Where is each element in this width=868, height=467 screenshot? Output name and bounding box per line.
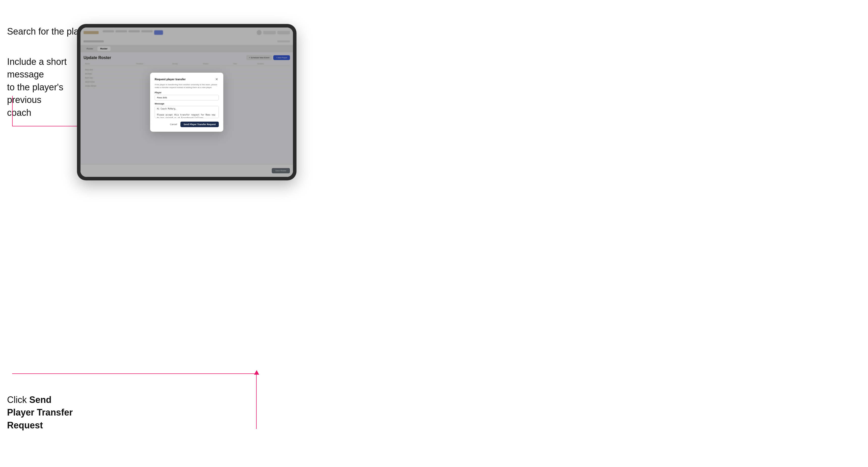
modal-close-button[interactable]: ✕ [215,77,219,81]
annotation-message-text: Include a short message to the player's … [7,56,78,119]
modal-overlay: Request player transfer ✕ If the player … [81,28,293,177]
modal-description: If the player is transferring from anoth… [155,83,219,89]
arrow-head-send [254,370,259,375]
message-label: Message [155,102,219,105]
send-transfer-request-button[interactable]: Send Player Transfer Request [180,122,219,127]
message-textarea[interactable]: Hi Coach McHarg, Please accept this tran… [155,106,219,118]
arrow-line-search-vertical [12,96,12,126]
modal-title: Request player transfer [155,78,186,81]
arrow-line-send-vertical [256,373,257,429]
player-label: Player [155,91,219,94]
tablet-device: Roster Roster Update Roster + Schedule N… [77,24,297,180]
request-transfer-modal: Request player transfer ✕ If the player … [150,73,223,132]
cancel-button[interactable]: Cancel [168,122,179,127]
arrow-line-send-horizontal [12,373,257,374]
modal-actions: Cancel Send Player Transfer Request [155,122,219,127]
annotation-click-text: Click Send Player Transfer Request [7,394,78,432]
tablet-screen: Roster Roster Update Roster + Schedule N… [81,28,293,177]
player-search-input[interactable] [155,95,219,100]
modal-header: Request player transfer ✕ [155,77,219,81]
